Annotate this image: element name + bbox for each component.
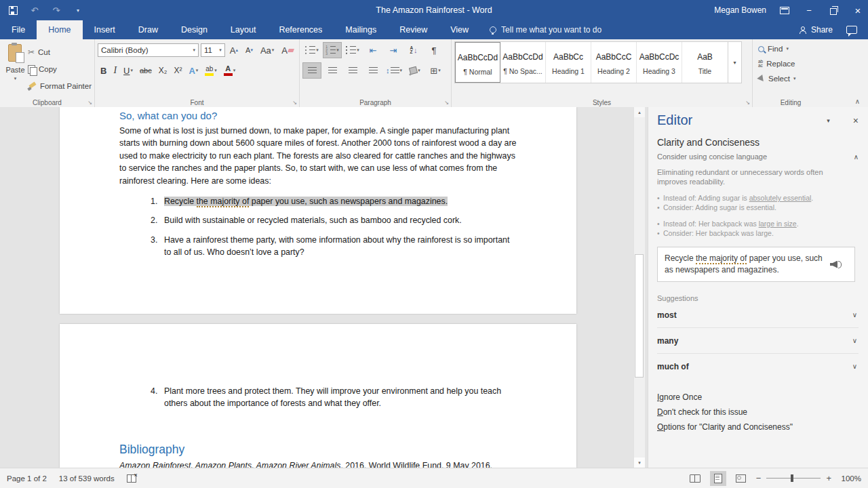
bold-button[interactable]: B bbox=[98, 62, 109, 79]
line-spacing-button[interactable]: ↕▾ bbox=[384, 62, 404, 79]
style-no-spacing[interactable]: AaBbCcDd¶ No Spac... bbox=[500, 42, 546, 83]
clipboard-dialog-launcher[interactable]: ↘ bbox=[87, 100, 92, 106]
scrollbar-thumb[interactable] bbox=[635, 254, 644, 378]
restore-button[interactable] bbox=[827, 3, 840, 18]
suggestion-many[interactable]: many∨ bbox=[657, 327, 859, 353]
paragraph-dialog-launcher[interactable]: ↘ bbox=[444, 100, 449, 106]
show-paragraph-marks-button[interactable]: ¶ bbox=[425, 42, 443, 58]
strikethrough-button[interactable]: abc bbox=[137, 62, 155, 79]
doc-section-heading[interactable]: So, what can you do? bbox=[119, 110, 515, 121]
document-page-1[interactable]: So, what can you do? Some of what is los… bbox=[60, 107, 576, 314]
tab-view[interactable]: View bbox=[439, 20, 480, 39]
text-effects-button[interactable]: A▾ bbox=[186, 62, 201, 79]
tab-references[interactable]: References bbox=[267, 20, 334, 39]
tab-layout[interactable]: Layout bbox=[219, 20, 268, 39]
flagged-phrase[interactable]: the majority of bbox=[197, 197, 250, 207]
zoom-in-button[interactable]: + bbox=[826, 473, 831, 483]
web-layout-button[interactable] bbox=[733, 471, 749, 486]
doc-paragraph[interactable]: Some of what is lost is just burned down… bbox=[119, 125, 517, 187]
font-color-button[interactable]: A▾ bbox=[221, 62, 239, 79]
font-name-combobox[interactable]: Calibri (Body)▾ bbox=[98, 43, 199, 57]
style-title[interactable]: AaBTitle bbox=[682, 42, 728, 83]
collapse-section-icon[interactable]: ∧ bbox=[854, 153, 859, 161]
tell-me-box[interactable]: Tell me what you want to do bbox=[490, 20, 601, 39]
justify-button[interactable] bbox=[363, 62, 382, 79]
bibliography-heading[interactable]: Bibliography bbox=[119, 443, 515, 457]
zoom-slider-thumb[interactable] bbox=[791, 474, 793, 482]
read-aloud-button[interactable] bbox=[830, 261, 842, 268]
tab-home[interactable]: Home bbox=[37, 20, 82, 39]
text-highlight-button[interactable]: ab▾ bbox=[202, 62, 220, 79]
shrink-font-button[interactable]: A▾ bbox=[243, 42, 256, 58]
document-page-2[interactable]: 4. Plant more trees and protect them. Th… bbox=[60, 324, 576, 468]
find-button[interactable]: Find▾ bbox=[755, 41, 826, 56]
editor-pane-close-icon[interactable]: × bbox=[853, 115, 859, 126]
format-painter-button[interactable]: Format Painter bbox=[28, 78, 92, 94]
style-heading-1[interactable]: AaBbCcHeading 1 bbox=[546, 42, 591, 83]
subscript-button[interactable]: X₂ bbox=[156, 62, 170, 79]
grow-font-button[interactable]: A▴ bbox=[227, 42, 241, 58]
clear-formatting-button[interactable]: A bbox=[279, 42, 296, 58]
page-indicator[interactable]: Page 1 of 2 bbox=[7, 474, 47, 483]
select-button[interactable]: Select▾ bbox=[755, 71, 826, 86]
align-center-button[interactable] bbox=[323, 62, 342, 79]
underline-button[interactable]: U▾ bbox=[121, 62, 136, 79]
styles-dialog-launcher[interactable]: ↘ bbox=[745, 100, 750, 106]
zoom-level[interactable]: 100% bbox=[837, 474, 861, 483]
cut-button[interactable]: ✂Cut bbox=[28, 44, 92, 60]
decrease-indent-button[interactable]: ⇤ bbox=[363, 42, 382, 58]
account-name[interactable]: Megan Bowen bbox=[714, 5, 766, 15]
collapse-ribbon-button[interactable]: ∧ bbox=[855, 98, 860, 105]
tab-insert[interactable]: Insert bbox=[83, 20, 127, 39]
word-count[interactable]: 13 of 539 words bbox=[59, 474, 115, 483]
bullets-button[interactable]: ▾ bbox=[302, 42, 321, 58]
font-size-combobox[interactable]: 11▾ bbox=[201, 43, 225, 57]
font-dialog-launcher[interactable]: ↘ bbox=[292, 100, 297, 106]
superscript-button[interactable]: X² bbox=[171, 62, 184, 79]
shading-button[interactable]: ▾ bbox=[406, 62, 425, 79]
style-heading-2[interactable]: AaBbCcCHeading 2 bbox=[591, 42, 637, 83]
sort-button[interactable]: AZ↓ bbox=[404, 42, 423, 58]
close-button[interactable]: × bbox=[852, 3, 864, 18]
replace-button[interactable]: abacReplace bbox=[755, 56, 826, 71]
borders-button[interactable]: ⊞▾ bbox=[426, 62, 445, 79]
selected-sentence[interactable]: Recycle the majority of paper you use, s… bbox=[164, 197, 448, 206]
tab-file[interactable]: File bbox=[0, 20, 37, 39]
style-heading-3[interactable]: AaBbCcDcHeading 3 bbox=[637, 42, 682, 83]
tab-mailings[interactable]: Mailings bbox=[334, 20, 388, 39]
tab-review[interactable]: Review bbox=[388, 20, 439, 39]
multilevel-list-button[interactable]: ▾ bbox=[343, 42, 362, 58]
scroll-up-button[interactable]: ▴ bbox=[634, 107, 645, 117]
align-left-button[interactable] bbox=[302, 62, 321, 79]
zoom-slider[interactable] bbox=[766, 478, 821, 479]
styles-gallery-more-button[interactable]: ▾ bbox=[728, 41, 742, 83]
italic-button[interactable]: I bbox=[111, 62, 119, 79]
change-case-button[interactable]: Aa▾ bbox=[258, 42, 277, 58]
ignore-once-link[interactable]: Ignore Once bbox=[657, 390, 859, 405]
options-link[interactable]: Options for "Clarity and Conciseness" bbox=[657, 420, 859, 434]
bibliography-entry[interactable]: Amazon Rainforest, Amazon Plants, Amazon… bbox=[119, 461, 515, 468]
dont-check-link[interactable]: Don't check for this issue bbox=[657, 405, 859, 420]
suggestion-much-of[interactable]: much of∨ bbox=[657, 353, 859, 379]
tab-design[interactable]: Design bbox=[170, 20, 219, 39]
list-item-3[interactable]: 3. Have a rainforest theme party, with s… bbox=[151, 234, 515, 259]
ribbon-display-options-button[interactable] bbox=[778, 3, 791, 18]
minimize-button[interactable]: − bbox=[803, 3, 815, 18]
tab-draw[interactable]: Draw bbox=[127, 20, 170, 39]
suggestion-most[interactable]: most∨ bbox=[657, 302, 859, 327]
numbering-button[interactable]: 1 2 3▾ bbox=[323, 42, 342, 58]
scroll-down-button[interactable]: ▾ bbox=[634, 458, 645, 468]
share-button[interactable]: Share bbox=[799, 25, 833, 35]
zoom-out-button[interactable]: − bbox=[756, 473, 762, 483]
increase-indent-button[interactable]: ⇥ bbox=[384, 42, 403, 58]
read-mode-button[interactable] bbox=[687, 471, 703, 486]
comments-icon[interactable] bbox=[846, 26, 857, 34]
document-canvas[interactable]: So, what can you do? Some of what is los… bbox=[0, 107, 648, 468]
print-layout-button[interactable] bbox=[710, 471, 726, 486]
paste-button[interactable]: Paste ▾ bbox=[3, 41, 28, 98]
list-item-4[interactable]: 4. Plant more trees and protect them. Th… bbox=[151, 385, 515, 410]
copy-button[interactable]: Copy bbox=[28, 61, 92, 77]
editor-pane-dropdown[interactable]: ▾ bbox=[827, 117, 830, 124]
proofing-errors-icon[interactable] bbox=[127, 474, 136, 483]
align-right-button[interactable] bbox=[343, 62, 362, 79]
